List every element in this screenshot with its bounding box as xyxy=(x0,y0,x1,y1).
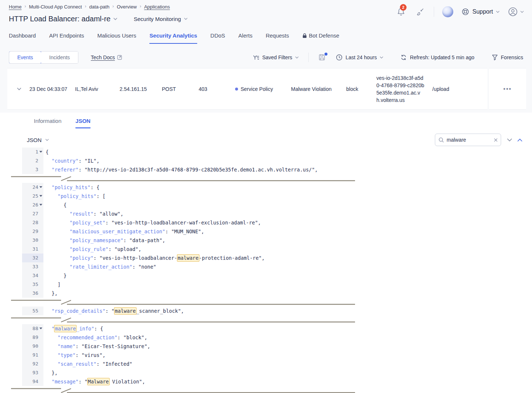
code-line-93: 93 }, xyxy=(0,368,532,377)
more-actions-button[interactable]: ••• xyxy=(503,86,512,92)
unsaved-indicator-dot xyxy=(324,53,327,56)
account-menu[interactable] xyxy=(508,7,524,17)
tenant-avatar[interactable] xyxy=(442,6,453,17)
row-expand-chevron-icon[interactable] xyxy=(7,88,21,91)
collapsed-lines-separator[interactable] xyxy=(0,387,532,393)
search-match-highlight: malware xyxy=(177,254,199,262)
collapsed-lines-separator[interactable] xyxy=(0,175,532,181)
policy-dot-icon xyxy=(235,88,238,91)
tab-json[interactable]: JSON xyxy=(75,118,91,128)
security-monitoring-selector[interactable]: Security Monitoring xyxy=(134,16,187,22)
page-title: HTTP Load Balancer: adaml-re xyxy=(9,15,117,23)
code-token: "upload", xyxy=(114,246,141,252)
breadcrumb-item-multi-cloud-app-connect[interactable]: Multi-Cloud App Connect xyxy=(29,4,82,10)
saved-filters-dropdown[interactable]: Saved Filters xyxy=(253,54,299,60)
code-token: "rsp_code_details" xyxy=(52,308,105,314)
previous-match-button[interactable] xyxy=(517,138,522,142)
code-token: : xyxy=(106,308,111,314)
nav-tab-requests[interactable]: Requests xyxy=(266,32,289,43)
collapse-caret-icon[interactable] xyxy=(39,204,42,206)
tab-information[interactable]: Information xyxy=(34,118,61,128)
code-token: : xyxy=(109,246,114,252)
line-number: 55 xyxy=(22,307,43,315)
code-token: "policy_hits" xyxy=(58,193,97,199)
code-token xyxy=(46,158,52,164)
line-number: 27 xyxy=(22,209,43,218)
nav-tab-bot-defense[interactable]: Bot Defense xyxy=(302,32,340,43)
chevron-down-icon xyxy=(45,139,49,141)
tech-docs-label: Tech Docs xyxy=(91,54,115,60)
fold-break-icon xyxy=(11,175,357,181)
forensics-button[interactable]: Forensics xyxy=(492,54,523,60)
code-token: ] xyxy=(46,282,61,287)
collapse-caret-icon[interactable] xyxy=(39,151,42,153)
line-number[interactable]: 26 xyxy=(22,201,43,209)
breadcrumb-item-applications[interactable]: Applications xyxy=(144,4,170,10)
refresh-icon xyxy=(400,54,407,61)
code-token xyxy=(46,237,70,243)
code-line-31: 31 "policy_rule": "upload", xyxy=(0,245,532,254)
code-token: : xyxy=(93,255,99,261)
code-line-34: 34 } xyxy=(0,271,532,280)
json-code-viewer[interactable]: 1{2 "country": "IL",3 "referer": "http:/… xyxy=(0,148,532,393)
event-row[interactable]: 23 Dec 04:33:07 IL,Tel Aviv 2.54.161.15 … xyxy=(7,68,487,110)
save-filter-button[interactable] xyxy=(318,54,326,61)
clear-search-icon[interactable] xyxy=(494,138,498,142)
line-number[interactable]: 25 xyxy=(22,192,43,201)
line-number[interactable]: 1 xyxy=(22,148,43,156)
search-match-highlight: malware xyxy=(114,307,136,315)
breadcrumb-item-overview[interactable]: Overview xyxy=(117,4,136,10)
collapse-caret-icon[interactable] xyxy=(39,195,42,197)
code-token xyxy=(46,255,70,261)
code-token: : xyxy=(165,229,171,234)
time-range-dropdown[interactable]: Last 24 hours xyxy=(336,54,383,61)
line-number[interactable]: 88 xyxy=(22,324,43,333)
code-token: "message" xyxy=(52,379,78,385)
code-token: "rate_limiter_action" xyxy=(70,264,132,270)
time-range-label: Last 24 hours xyxy=(345,54,377,60)
nav-tab-alerts[interactable]: Alerts xyxy=(238,32,252,43)
collapse-caret-icon[interactable] xyxy=(39,328,42,329)
nav-tab-security-analytics[interactable]: Security Analytics xyxy=(149,32,197,44)
nav-tab-label: DDoS xyxy=(210,32,225,39)
code-line-text: "name": "Eicar-Test-Signature", xyxy=(43,342,150,351)
chevron-down-icon[interactable] xyxy=(113,18,117,20)
theme-brush-button[interactable] xyxy=(415,6,426,17)
code-token xyxy=(46,184,52,190)
breadcrumb-item-data-path[interactable]: data-path xyxy=(89,4,110,10)
code-token xyxy=(46,379,52,385)
code-token: -protection-adaml-re", xyxy=(199,255,265,261)
code-token: }, xyxy=(46,290,58,296)
tech-docs-link[interactable]: Tech Docs xyxy=(91,54,122,60)
nav-tab-ddos[interactable]: DDoS xyxy=(210,32,225,43)
line-number[interactable]: 24 xyxy=(22,183,43,192)
collapse-caret-icon[interactable] xyxy=(39,186,42,188)
events-toggle-button[interactable]: Events xyxy=(9,51,42,64)
code-line-text: "malicious_user_mitigate_action": "MUM_N… xyxy=(43,227,204,236)
funnel-icon xyxy=(492,54,498,60)
next-match-button[interactable] xyxy=(507,138,512,142)
format-selector-label: JSON xyxy=(27,137,42,143)
nav-tab-malicious-users[interactable]: Malicious Users xyxy=(97,32,136,43)
nav-tab-label: Bot Defense xyxy=(309,32,340,39)
incidents-toggle-button[interactable]: Incidents xyxy=(41,52,78,63)
support-menu[interactable]: Support xyxy=(461,8,500,16)
collapsed-lines-separator[interactable] xyxy=(0,299,532,305)
collapsed-lines-separator[interactable] xyxy=(0,316,532,323)
main-nav-tabs: DashboardAPI EndpointsMalicious UsersSec… xyxy=(0,32,532,45)
refresh-button[interactable]: Refresh: Updated 5 min ago xyxy=(400,54,474,61)
json-format-dropdown[interactable]: JSON xyxy=(27,137,49,143)
code-token: "Eicar-Test-Signature", xyxy=(82,343,150,349)
event-timestamp: 23 Dec 04:33:07 xyxy=(21,86,75,92)
json-search-input[interactable] xyxy=(447,137,491,143)
nav-tab-dashboard[interactable]: Dashboard xyxy=(9,32,36,43)
breadcrumb-separator-icon: › xyxy=(112,4,114,9)
code-line-text: "policy_hits": { xyxy=(43,183,99,192)
nav-tab-api-endpoints[interactable]: API Endpoints xyxy=(49,32,84,43)
code-token: "policy_rule" xyxy=(70,246,109,252)
breadcrumb-item-home[interactable]: Home xyxy=(9,4,22,10)
line-number: 90 xyxy=(22,342,43,351)
code-token xyxy=(46,264,70,270)
nav-tab-label: Dashboard xyxy=(9,32,36,39)
notifications-button[interactable]: 2 xyxy=(396,6,407,17)
